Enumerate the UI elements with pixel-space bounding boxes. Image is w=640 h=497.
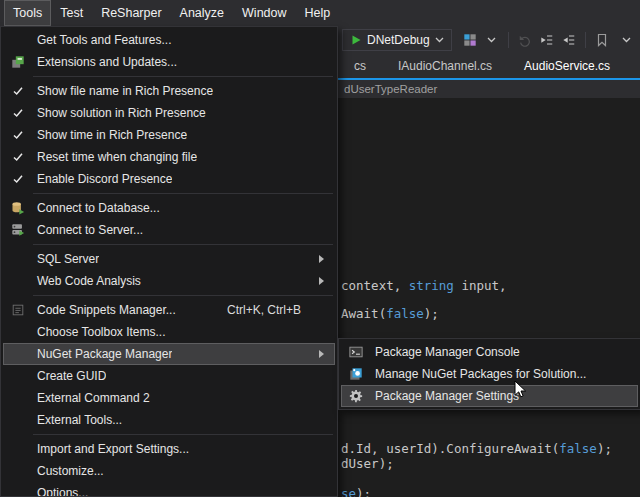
- submenu-arrow-icon: [318, 350, 325, 359]
- play-icon: [350, 34, 362, 46]
- breadcrumb-scope-label: dUserTypeReader: [344, 83, 437, 95]
- chevron-down-icon[interactable]: [482, 29, 502, 51]
- menu-item-label: Import and Export Settings...: [33, 442, 189, 456]
- debug-target-label: DNetDebug: [367, 33, 430, 47]
- toolbar-icons: [460, 29, 640, 51]
- toolbar-separator: [508, 32, 509, 48]
- menu-item-connect-to-database[interactable]: Connect to Database...: [3, 197, 335, 219]
- check-icon: [3, 107, 33, 119]
- server-icon: [3, 223, 33, 237]
- tools-menu: Get Tools and Features...Extensions and …: [0, 26, 338, 497]
- toggle-bookmark-icon[interactable]: [592, 29, 612, 51]
- menu-item-show-solution-in-rich-presence[interactable]: Show solution in Rich Presence: [3, 102, 335, 124]
- menu-separator: [33, 193, 333, 194]
- menu-item-import-and-export-settings[interactable]: Import and Export Settings...: [3, 438, 335, 460]
- undo-icon[interactable]: [515, 29, 535, 51]
- vs-window: { "colors": { "accent_blue": "#1c97ea", …: [0, 0, 640, 497]
- menu-item-shortcut: Ctrl+K, Ctrl+B: [227, 303, 335, 317]
- increase-indent-icon[interactable]: [559, 29, 579, 51]
- menu-item-label: Code Snippets Manager...: [33, 303, 176, 317]
- menu-item-choose-toolbox-items[interactable]: Choose Toolbox Items...: [3, 321, 335, 343]
- submenu-arrow-icon: [318, 255, 325, 264]
- menubar-item-window[interactable]: Window: [233, 0, 295, 26]
- menu-item-web-code-analysis[interactable]: Web Code Analysis: [3, 270, 335, 292]
- snippets-icon: [3, 303, 33, 317]
- menubar-item-tools[interactable]: Tools: [4, 0, 51, 26]
- database-icon: [3, 201, 33, 215]
- tab-audioservice-cs[interactable]: AudioService.cs: [508, 54, 626, 78]
- menu-item-label: Web Code Analysis: [33, 274, 141, 288]
- check-icon: [3, 129, 33, 141]
- menu-item-enable-discord-presence[interactable]: Enable Discord Presence: [3, 168, 335, 190]
- submenu-arrow-icon: [318, 277, 325, 286]
- menu-item-label: Reset time when changing file: [33, 150, 197, 164]
- menu-item-manage-nuget-packages-for-solution[interactable]: Manage NuGet Packages for Solution...: [341, 363, 638, 385]
- chevron-down-icon: [435, 37, 444, 43]
- toolbar-separator: [585, 32, 586, 48]
- menu-item-label: External Tools...: [33, 413, 122, 427]
- menubar-item-help[interactable]: Help: [296, 0, 340, 26]
- menu-item-label: Show file name in Rich Presence: [33, 84, 213, 98]
- menu-item-code-snippets-manager[interactable]: Code Snippets Manager...Ctrl+K, Ctrl+B: [3, 299, 335, 321]
- menu-item-connect-to-server[interactable]: Connect to Server...: [3, 219, 335, 241]
- menu-item-label: Customize...: [33, 464, 104, 478]
- menu-item-label: Connect to Server...: [33, 223, 143, 237]
- menu-item-label: Options...: [33, 486, 88, 497]
- menu-item-label: External Command 2: [33, 391, 150, 405]
- menu-item-label: SQL Server: [33, 252, 99, 266]
- menu-item-nuget-package-manager[interactable]: NuGet Package Manager: [3, 343, 335, 365]
- menu-separator: [33, 76, 333, 77]
- menu-item-extensions-and-updates[interactable]: Extensions and Updates...: [3, 51, 335, 73]
- start-debug-button[interactable]: DNetDebug: [342, 29, 452, 51]
- toolbar-overflow-icon[interactable]: [616, 29, 636, 51]
- decrease-indent-icon[interactable]: [537, 29, 557, 51]
- attach-to-process-icon[interactable]: [460, 29, 480, 51]
- menu-item-label: Package Manager Settings: [371, 389, 519, 403]
- menubar-item-test[interactable]: Test: [51, 0, 92, 26]
- menu-item-sql-server[interactable]: SQL Server: [3, 248, 335, 270]
- check-icon: [3, 85, 33, 97]
- menu-item-external-command-2[interactable]: External Command 2: [3, 387, 335, 409]
- menu-item-package-manager-settings[interactable]: Package Manager Settings: [341, 385, 638, 407]
- menu-item-label: Show solution in Rich Presence: [33, 106, 206, 120]
- menubar-item-resharper[interactable]: ReSharper: [92, 0, 170, 26]
- console-icon: [341, 345, 371, 359]
- menu-item-package-manager-console[interactable]: Package Manager Console: [341, 341, 638, 363]
- packages-icon: [341, 367, 371, 381]
- nuget-submenu: Package Manager ConsoleManage NuGet Pack…: [338, 338, 640, 410]
- check-icon: [3, 173, 33, 185]
- extensions-icon: [3, 55, 33, 69]
- menu-item-create-guid[interactable]: Create GUID: [3, 365, 335, 387]
- menu-item-show-file-name-in-rich-presence[interactable]: Show file name in Rich Presence: [3, 80, 335, 102]
- menu-item-label: Choose Toolbox Items...: [33, 325, 166, 339]
- menu-item-label: Enable Discord Presence: [33, 172, 172, 186]
- menu-separator: [33, 244, 333, 245]
- menu-item-label: NuGet Package Manager: [33, 347, 172, 361]
- tab-cs[interactable]: cs: [338, 54, 382, 78]
- menu-separator: [33, 295, 333, 296]
- menu-item-label: Connect to Database...: [33, 201, 160, 215]
- menubar: ToolsTestReSharperAnalyzeWindowHelp: [0, 0, 640, 26]
- menu-item-show-time-in-rich-presence[interactable]: Show time in Rich Presence: [3, 124, 335, 146]
- menu-item-customize[interactable]: Customize...: [3, 460, 335, 482]
- menu-item-get-tools-and-features[interactable]: Get Tools and Features...: [3, 29, 335, 51]
- menu-separator: [33, 434, 333, 435]
- menu-item-options[interactable]: Options...: [3, 482, 335, 497]
- menu-item-label: Create GUID: [33, 369, 106, 383]
- menu-item-reset-time-when-changing-file[interactable]: Reset time when changing file: [3, 146, 335, 168]
- menu-item-label: Get Tools and Features...: [33, 33, 172, 47]
- menu-item-label: Package Manager Console: [371, 345, 520, 359]
- tab-iaudiochannel-cs[interactable]: IAudioChannel.cs: [382, 54, 508, 78]
- menu-item-label: Extensions and Updates...: [33, 55, 177, 69]
- menu-item-label: Show time in Rich Presence: [33, 128, 187, 142]
- menubar-item-analyze[interactable]: Analyze: [171, 0, 233, 26]
- gear-icon: [341, 389, 371, 403]
- menu-item-external-tools[interactable]: External Tools...: [3, 409, 335, 431]
- check-icon: [3, 151, 33, 163]
- menu-item-label: Manage NuGet Packages for Solution...: [371, 367, 586, 381]
